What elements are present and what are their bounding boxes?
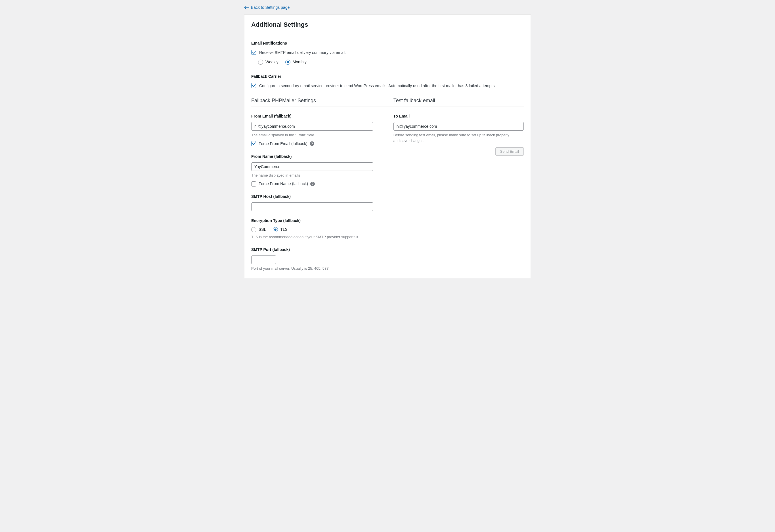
send-email-button[interactable]: Send Email [495, 147, 524, 155]
frequency-weekly-label: Weekly [265, 59, 278, 65]
back-to-settings-link[interactable]: Back to Settings page [244, 5, 289, 10]
force-from-name-checkbox[interactable] [251, 181, 256, 186]
fallback-enable-checkbox[interactable] [251, 83, 256, 88]
encryption-ssl-label: SSL [259, 226, 266, 232]
encryption-group: Encryption Type (fallback) SSL TLS T [251, 218, 382, 240]
notifications-heading: Email Notifications [251, 40, 524, 46]
smtp-host-label: SMTP Host (fallback) [251, 193, 382, 199]
smtp-host-group: SMTP Host (fallback) [251, 193, 382, 211]
receive-summary-checkbox[interactable] [251, 50, 256, 55]
from-email-help: The email displayed in the "From" field. [251, 132, 382, 138]
from-email-group: From Email (fallback) The email displaye… [251, 113, 382, 147]
frequency-weekly-radio[interactable] [258, 60, 263, 65]
receive-summary-label: Receive SMTP email delivery summary via … [259, 50, 346, 56]
to-email-label: To Email [394, 113, 524, 119]
frequency-monthly-label: Monthly [293, 59, 306, 65]
from-email-label: From Email (fallback) [251, 113, 382, 119]
panel-header: Additional Settings [244, 15, 531, 34]
encryption-tls-radio[interactable] [273, 227, 278, 232]
fallback-right-heading: Test fallback email [394, 97, 524, 104]
smtp-port-group: SMTP Port (fallback) Port of your mail s… [251, 247, 382, 272]
fallback-carrier-section: Fallback Carrier Configure a secondary e… [244, 71, 531, 94]
encryption-label: Encryption Type (fallback) [251, 218, 382, 224]
force-from-email-label: Force From Email (fallback) [259, 141, 307, 147]
test-email-group: To Email Before sending test email, plea… [394, 113, 524, 155]
email-notifications-section: Email Notifications Receive SMTP email d… [244, 34, 531, 71]
page-title: Additional Settings [251, 20, 524, 29]
settings-panel: Additional Settings Email Notifications … [244, 14, 531, 278]
smtp-port-input[interactable] [251, 255, 276, 264]
from-name-label: From Name (fallback) [251, 153, 382, 159]
fallback-left-heading: Fallback PHPMailer Settings [251, 97, 382, 104]
encryption-help: TLS is the recommended option if your SM… [251, 234, 382, 240]
from-name-input[interactable] [251, 162, 373, 171]
fallback-heading: Fallback Carrier [251, 73, 524, 79]
help-icon[interactable]: ? [310, 141, 314, 146]
smtp-port-label: SMTP Port (fallback) [251, 247, 382, 252]
back-link-text: Back to Settings page [251, 5, 289, 10]
help-icon[interactable]: ? [310, 182, 315, 186]
force-from-email-checkbox[interactable] [251, 141, 256, 146]
encryption-ssl-radio[interactable] [251, 227, 256, 232]
fallback-config: Fallback PHPMailer Settings Test fallbac… [244, 94, 531, 278]
from-name-group: From Name (fallback) The name displayed … [251, 153, 382, 187]
from-email-input[interactable] [251, 122, 373, 131]
to-email-input[interactable] [394, 122, 524, 131]
fallback-enable-label: Configure a secondary email service prov… [259, 83, 496, 89]
encryption-tls-label: TLS [280, 226, 287, 232]
smtp-port-help: Port of your mail server. Usually is 25,… [251, 266, 382, 272]
from-name-help: The name displayed in emails [251, 172, 382, 178]
frequency-monthly-radio[interactable] [285, 60, 290, 65]
force-from-name-label: Force From Name (fallback) [259, 181, 308, 187]
test-email-help: Before sending test email, please make s… [394, 132, 513, 143]
smtp-host-input[interactable] [251, 202, 373, 211]
arrow-left-icon [244, 6, 249, 10]
